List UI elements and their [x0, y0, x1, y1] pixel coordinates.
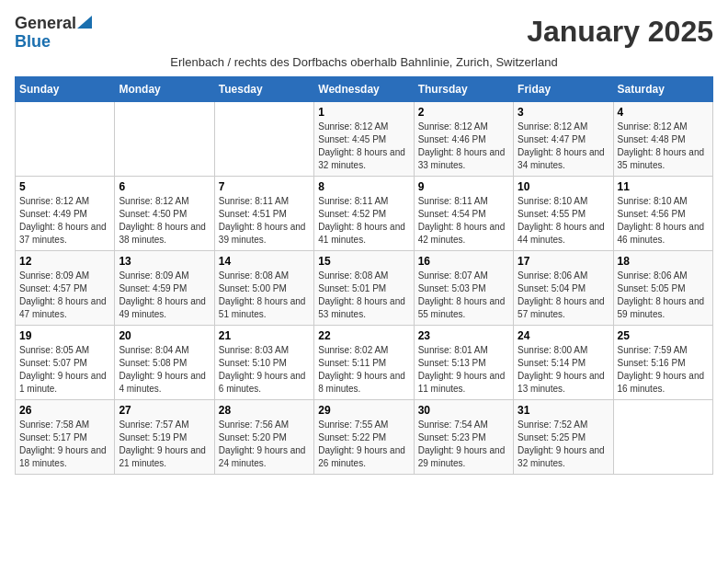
- day-number: 14: [219, 255, 310, 268]
- day-info: Sunrise: 8:08 AM Sunset: 5:01 PM Dayligh…: [318, 270, 409, 321]
- day-number: 5: [19, 180, 110, 193]
- subtitle: Erlenbach / rechts des Dorfbachs oberhal…: [15, 55, 713, 69]
- day-info: Sunrise: 8:12 AM Sunset: 4:47 PM Dayligh…: [518, 121, 609, 172]
- day-number: 4: [618, 106, 709, 119]
- calendar-cell: [613, 399, 712, 474]
- day-info: Sunrise: 7:57 AM Sunset: 5:19 PM Dayligh…: [119, 419, 210, 470]
- day-number: 2: [418, 106, 509, 119]
- calendar-cell: 7Sunrise: 8:11 AM Sunset: 4:51 PM Daylig…: [214, 176, 313, 250]
- calendar-cell: 28Sunrise: 7:56 AM Sunset: 5:20 PM Dayli…: [214, 399, 313, 474]
- calendar-cell: 18Sunrise: 8:06 AM Sunset: 5:05 PM Dayli…: [613, 250, 712, 325]
- header-friday: Friday: [514, 76, 613, 101]
- calendar-cell: 21Sunrise: 8:03 AM Sunset: 5:10 PM Dayli…: [214, 325, 313, 399]
- logo-blue: Blue: [15, 33, 51, 52]
- day-number: 22: [318, 329, 409, 342]
- main-title: January 2025: [527, 15, 713, 49]
- calendar-cell: 17Sunrise: 8:06 AM Sunset: 5:04 PM Dayli…: [514, 250, 613, 325]
- day-number: 29: [318, 404, 409, 417]
- day-info: Sunrise: 8:12 AM Sunset: 4:48 PM Dayligh…: [618, 121, 709, 172]
- calendar-cell: 11Sunrise: 8:10 AM Sunset: 4:56 PM Dayli…: [613, 176, 712, 250]
- day-number: 11: [618, 180, 709, 193]
- header-monday: Monday: [115, 76, 214, 101]
- logo-triangle-icon: [77, 16, 92, 29]
- day-number: 10: [518, 180, 609, 193]
- calendar-cell: 29Sunrise: 7:55 AM Sunset: 5:22 PM Dayli…: [314, 399, 414, 474]
- day-info: Sunrise: 8:09 AM Sunset: 4:57 PM Dayligh…: [19, 270, 110, 321]
- week-row-0: 1Sunrise: 8:12 AM Sunset: 4:45 PM Daylig…: [16, 101, 713, 176]
- day-info: Sunrise: 8:05 AM Sunset: 5:07 PM Dayligh…: [19, 344, 110, 396]
- calendar-cell: 15Sunrise: 8:08 AM Sunset: 5:01 PM Dayli…: [314, 250, 414, 325]
- calendar-cell: 13Sunrise: 8:09 AM Sunset: 4:59 PM Dayli…: [115, 250, 214, 325]
- day-info: Sunrise: 7:54 AM Sunset: 5:23 PM Dayligh…: [418, 419, 509, 470]
- calendar-cell: 16Sunrise: 8:07 AM Sunset: 5:03 PM Dayli…: [414, 250, 513, 325]
- day-number: 17: [518, 255, 609, 268]
- day-number: 3: [518, 106, 609, 119]
- day-info: Sunrise: 8:09 AM Sunset: 4:59 PM Dayligh…: [119, 270, 210, 321]
- calendar-cell: 6Sunrise: 8:12 AM Sunset: 4:50 PM Daylig…: [115, 176, 214, 250]
- day-number: 31: [518, 404, 609, 417]
- calendar-cell: 10Sunrise: 8:10 AM Sunset: 4:55 PM Dayli…: [514, 176, 613, 250]
- calendar-cell: 3Sunrise: 8:12 AM Sunset: 4:47 PM Daylig…: [514, 101, 613, 176]
- calendar-cell: 20Sunrise: 8:04 AM Sunset: 5:08 PM Dayli…: [115, 325, 214, 399]
- day-info: Sunrise: 8:12 AM Sunset: 4:49 PM Dayligh…: [19, 195, 110, 247]
- day-info: Sunrise: 8:04 AM Sunset: 5:08 PM Dayligh…: [119, 344, 210, 396]
- calendar-cell: 19Sunrise: 8:05 AM Sunset: 5:07 PM Dayli…: [16, 325, 115, 399]
- header-thursday: Thursday: [414, 76, 513, 101]
- calendar-cell: 9Sunrise: 8:11 AM Sunset: 4:54 PM Daylig…: [414, 176, 513, 250]
- calendar-cell: 23Sunrise: 8:01 AM Sunset: 5:13 PM Dayli…: [414, 325, 513, 399]
- day-info: Sunrise: 8:12 AM Sunset: 4:46 PM Dayligh…: [418, 121, 509, 172]
- day-number: 24: [518, 329, 609, 342]
- day-info: Sunrise: 7:58 AM Sunset: 5:17 PM Dayligh…: [19, 419, 110, 470]
- svg-marker-0: [77, 16, 92, 29]
- day-info: Sunrise: 8:10 AM Sunset: 4:55 PM Dayligh…: [518, 195, 609, 247]
- page-header: General Blue January 2025: [15, 15, 713, 52]
- day-number: 20: [119, 329, 210, 342]
- calendar-cell: 8Sunrise: 8:11 AM Sunset: 4:52 PM Daylig…: [314, 176, 414, 250]
- calendar-cell: 27Sunrise: 7:57 AM Sunset: 5:19 PM Dayli…: [115, 399, 214, 474]
- logo-general: General: [15, 15, 76, 33]
- day-info: Sunrise: 8:00 AM Sunset: 5:14 PM Dayligh…: [518, 344, 609, 396]
- day-number: 6: [119, 180, 210, 193]
- day-info: Sunrise: 8:08 AM Sunset: 5:00 PM Dayligh…: [219, 270, 310, 321]
- calendar-cell: 26Sunrise: 7:58 AM Sunset: 5:17 PM Dayli…: [16, 399, 115, 474]
- header-saturday: Saturday: [613, 76, 712, 101]
- day-info: Sunrise: 7:55 AM Sunset: 5:22 PM Dayligh…: [318, 419, 409, 470]
- calendar-cell: 12Sunrise: 8:09 AM Sunset: 4:57 PM Dayli…: [16, 250, 115, 325]
- day-number: 15: [318, 255, 409, 268]
- day-info: Sunrise: 8:07 AM Sunset: 5:03 PM Dayligh…: [418, 270, 509, 321]
- calendar-body: 1Sunrise: 8:12 AM Sunset: 4:45 PM Daylig…: [16, 101, 713, 474]
- calendar-cell: 2Sunrise: 8:12 AM Sunset: 4:46 PM Daylig…: [414, 101, 513, 176]
- day-number: 28: [219, 404, 310, 417]
- calendar-cell: 24Sunrise: 8:00 AM Sunset: 5:14 PM Dayli…: [514, 325, 613, 399]
- week-row-4: 26Sunrise: 7:58 AM Sunset: 5:17 PM Dayli…: [16, 399, 713, 474]
- header-row: SundayMondayTuesdayWednesdayThursdayFrid…: [16, 76, 713, 101]
- day-number: 7: [219, 180, 310, 193]
- day-number: 19: [19, 329, 110, 342]
- day-number: 21: [219, 329, 310, 342]
- day-number: 18: [618, 255, 709, 268]
- calendar-cell: 22Sunrise: 8:02 AM Sunset: 5:11 PM Dayli…: [314, 325, 414, 399]
- day-number: 16: [418, 255, 509, 268]
- day-number: 12: [19, 255, 110, 268]
- calendar-cell: 5Sunrise: 8:12 AM Sunset: 4:49 PM Daylig…: [16, 176, 115, 250]
- day-number: 9: [418, 180, 509, 193]
- day-info: Sunrise: 7:56 AM Sunset: 5:20 PM Dayligh…: [219, 419, 310, 470]
- day-info: Sunrise: 8:02 AM Sunset: 5:11 PM Dayligh…: [318, 344, 409, 396]
- week-row-1: 5Sunrise: 8:12 AM Sunset: 4:49 PM Daylig…: [16, 176, 713, 250]
- day-number: 23: [418, 329, 509, 342]
- calendar-cell: [16, 101, 115, 176]
- week-row-3: 19Sunrise: 8:05 AM Sunset: 5:07 PM Dayli…: [16, 325, 713, 399]
- calendar-cell: 4Sunrise: 8:12 AM Sunset: 4:48 PM Daylig…: [613, 101, 712, 176]
- day-info: Sunrise: 8:01 AM Sunset: 5:13 PM Dayligh…: [418, 344, 509, 396]
- day-info: Sunrise: 7:52 AM Sunset: 5:25 PM Dayligh…: [518, 419, 609, 470]
- week-row-2: 12Sunrise: 8:09 AM Sunset: 4:57 PM Dayli…: [16, 250, 713, 325]
- day-number: 25: [618, 329, 709, 342]
- logo: General Blue: [15, 15, 92, 52]
- calendar-cell: [115, 101, 214, 176]
- day-info: Sunrise: 8:12 AM Sunset: 4:50 PM Dayligh…: [119, 195, 210, 247]
- calendar-cell: 1Sunrise: 8:12 AM Sunset: 4:45 PM Daylig…: [314, 101, 414, 176]
- day-info: Sunrise: 8:10 AM Sunset: 4:56 PM Dayligh…: [618, 195, 709, 247]
- calendar-cell: [214, 101, 313, 176]
- day-info: Sunrise: 8:06 AM Sunset: 5:04 PM Dayligh…: [518, 270, 609, 321]
- day-info: Sunrise: 8:11 AM Sunset: 4:54 PM Dayligh…: [418, 195, 509, 247]
